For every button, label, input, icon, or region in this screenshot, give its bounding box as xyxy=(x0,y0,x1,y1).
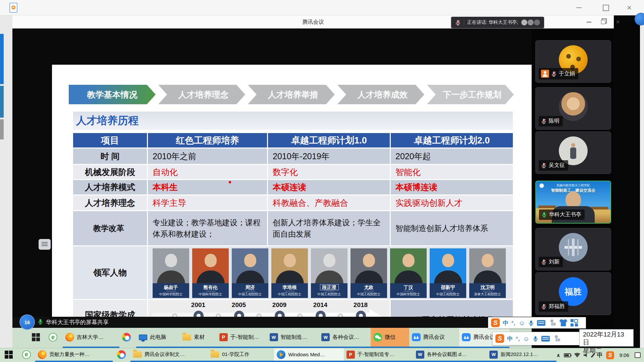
participant-tile[interactable]: 陈明 xyxy=(535,87,611,130)
tab-cultivation-results[interactable]: 人才培养成效 xyxy=(337,85,424,104)
media-player-icon[interactable] xyxy=(9,3,17,13)
ie-browser-icon: e xyxy=(49,333,57,342)
folder-window[interactable]: 腾讯会议录制文… xyxy=(130,348,208,362)
sogou-icon[interactable]: S xyxy=(491,318,500,327)
tab-next-plan[interactable]: 下一步工作规划 xyxy=(427,85,514,104)
input-skin-icon[interactable] xyxy=(553,335,561,343)
shared-firefox-window[interactable]: 吉林大学… xyxy=(63,328,120,348)
input-skin-icon[interactable] xyxy=(548,319,556,327)
participant-nameplate: 吴文征 xyxy=(539,160,568,171)
shared-start-button[interactable] xyxy=(29,328,46,348)
start-button[interactable] xyxy=(0,348,18,362)
row-label: 人才培养模式 xyxy=(73,180,148,194)
leader-photo xyxy=(232,248,268,283)
folder-icon xyxy=(133,351,142,358)
voice-input-icon[interactable] xyxy=(528,320,534,326)
participant-name: 吴文征 xyxy=(549,162,565,169)
shared-chrome-button[interactable] xyxy=(119,328,136,348)
battery-icon[interactable] xyxy=(564,353,571,357)
firefox-window[interactable]: 贡献力量换一种… xyxy=(35,348,113,362)
participant-tile[interactable]: 福胜 郑福胜 xyxy=(535,272,611,315)
timeline-year: 2018 xyxy=(344,301,377,309)
notification-center-icon[interactable] xyxy=(635,352,641,358)
tray-expand-icon[interactable]: ∧ xyxy=(556,352,560,358)
skin-shirt-icon[interactable] xyxy=(559,319,568,326)
leader-photo xyxy=(351,248,387,283)
tab-cultivation-measures[interactable]: 人才培养举措 xyxy=(248,85,335,104)
folder-window[interactable]: 01-学院工作 xyxy=(208,348,274,362)
leader-name: 段正澄 xyxy=(320,284,339,290)
leader-photo xyxy=(390,248,427,283)
word-window[interactable]: W各种会议截图.d… xyxy=(413,348,487,362)
participant-tile[interactable]: 于立娟 xyxy=(535,40,611,83)
shared-screen-taskbar: e 吉林大学… 此电脑 素材 P于-智能制… W智能制造… W各种会议… 微信 … xyxy=(12,328,532,348)
word-window[interactable]: W新闻2022.12.1… xyxy=(487,348,556,362)
chrome-icon xyxy=(122,333,131,342)
toolbox-grid-icon[interactable] xyxy=(571,319,578,326)
mic-muted-icon xyxy=(551,71,557,77)
keyboard-icon[interactable] xyxy=(537,320,545,326)
participant-nameplate: 刘新 xyxy=(539,257,563,267)
share-banner-text: 华科大王书亭的屏幕共享 xyxy=(46,318,109,326)
emoji-icon[interactable]: ☺ xyxy=(523,336,529,342)
ie-button[interactable]: e xyxy=(18,348,36,362)
meeting-duration-badge[interactable]: 16 xyxy=(19,314,35,330)
annotation-menu-button[interactable] xyxy=(39,239,51,250)
leader-title: 加拿大工程院院士 xyxy=(469,292,506,297)
emoji-icon[interactable]: ☺ xyxy=(519,320,525,326)
sogou-icon[interactable]: S xyxy=(495,334,504,343)
tab-cultivation-concept[interactable]: 人才培养理念 xyxy=(158,85,245,104)
shared-folder-window[interactable]: 素材 xyxy=(180,328,217,348)
firefox-icon xyxy=(38,350,47,359)
shared-word-window[interactable]: W智能制造… xyxy=(267,328,319,348)
tab-basic-teaching[interactable]: 教学基本情况 xyxy=(69,85,156,104)
network-icon[interactable] xyxy=(574,353,580,358)
ppt-window[interactable]: P于-智能制造专… xyxy=(344,348,413,362)
ime-mode-icon[interactable]: 中 xyxy=(507,335,513,343)
table-row: 机械发展阶段 自动化 数字化 智能化 xyxy=(73,165,513,180)
chrome-button[interactable] xyxy=(113,348,130,362)
tencent-meeting-icon xyxy=(412,333,421,341)
desktop-right-margin xyxy=(614,15,644,348)
shared-ppt-window[interactable]: P于-智能制… xyxy=(217,328,267,348)
shared-word-window[interactable]: W各种会议… xyxy=(319,328,371,348)
section-title: 人才培养历程 xyxy=(76,112,139,130)
speaking-label: 正在讲话: 华科大王书亭; xyxy=(467,19,518,25)
date-tooltip: 2022年12月13日 星期二 xyxy=(579,329,634,347)
timeline-year: 2009 xyxy=(263,301,296,309)
outer-close-button[interactable]: × xyxy=(623,0,636,15)
leader-title: 中国科学院院士 xyxy=(153,292,189,297)
speaker-avatar-icon xyxy=(534,19,540,25)
word-icon: W xyxy=(416,351,424,359)
word-icon: W xyxy=(321,333,330,341)
sogou-input-toolbar[interactable]: S 中 °, ☺ xyxy=(492,332,590,345)
sogou-input-toolbar[interactable]: S 中 °, ☺ xyxy=(488,317,586,328)
participant-tile-speaking[interactable]: 机械与航空航天工程学院 智能制造工…建设交流会 华科大王书亭 xyxy=(535,181,611,224)
header-excellent-2: 卓越工程师计划2.0 xyxy=(391,133,513,147)
shared-this-pc-window[interactable]: 此电脑 xyxy=(136,328,180,348)
participant-nameplate: 于立娟 xyxy=(539,68,578,79)
wmp-window-active[interactable]: Windows Med… xyxy=(274,348,343,362)
keyboard-icon[interactable] xyxy=(541,336,550,342)
shared-wechat-window[interactable]: 微信 xyxy=(371,328,409,348)
ime-mode-icon[interactable]: 中 xyxy=(503,319,508,327)
shared-meeting-window[interactable]: 腾讯会议 xyxy=(409,328,460,348)
mic-muted-icon xyxy=(541,163,547,168)
outer-maximize-button[interactable] xyxy=(599,0,612,15)
mic-active-icon xyxy=(38,319,43,324)
voice-input-icon[interactable] xyxy=(533,336,538,342)
punctuation-icon[interactable]: °, xyxy=(516,336,520,342)
participant-tile[interactable]: 刘新 xyxy=(535,228,611,270)
punctuation-icon[interactable]: °, xyxy=(512,320,516,326)
meeting-close-button[interactable]: × xyxy=(612,15,624,28)
outer-minimize-button[interactable] xyxy=(572,0,586,15)
participant-tile[interactable]: 吴文征 xyxy=(535,131,611,174)
leaders-row: 领军人物 杨叔子中国科学院院士 熊有伦中国科学院院士 周济中国工程院院士 李培根… xyxy=(73,246,513,300)
mic-muted-icon xyxy=(455,20,461,25)
shared-ie-button[interactable]: e xyxy=(46,328,63,348)
meeting-restore-button[interactable] xyxy=(597,15,609,28)
mic-muted-icon xyxy=(541,118,547,124)
participant-name: 刘新 xyxy=(549,258,559,265)
windows-logo-icon xyxy=(32,333,40,341)
meeting-minimize-button[interactable] xyxy=(583,15,595,28)
